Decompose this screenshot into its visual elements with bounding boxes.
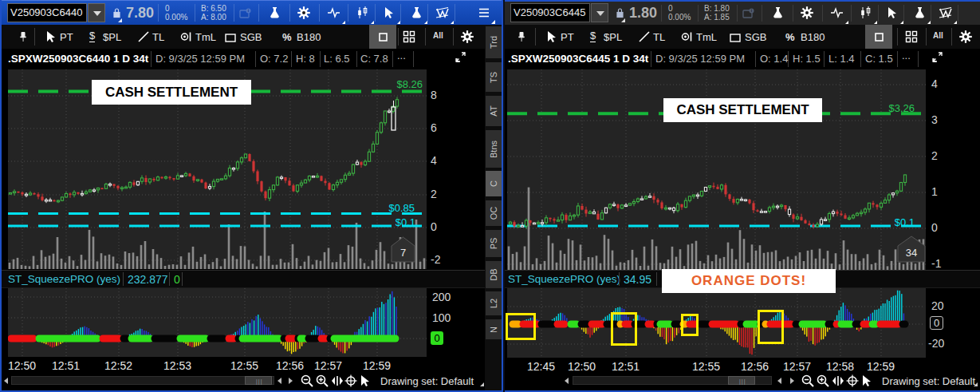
svg-text:34: 34 [906,247,917,259]
svg-text:7: 7 [400,247,406,259]
